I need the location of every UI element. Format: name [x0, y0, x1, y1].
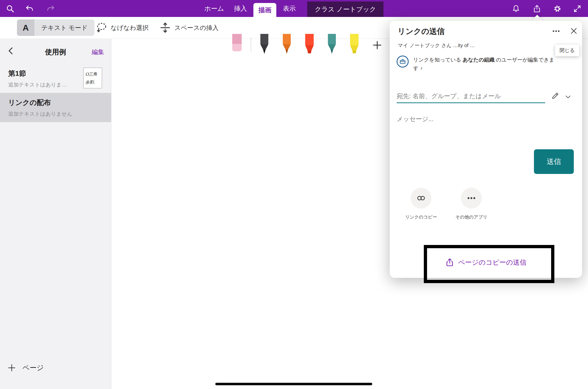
- pen-black-tool[interactable]: [258, 34, 271, 55]
- message-input[interactable]: [397, 112, 566, 125]
- send-button[interactable]: 送信: [534, 149, 574, 174]
- expand-fullscreen-icon[interactable]: [572, 3, 583, 14]
- text-mode-button[interactable]: A テキスト モード: [17, 19, 94, 36]
- notebook-subtitle: マイ ノートブック さん …ity of …: [398, 42, 567, 49]
- page-subtitle: 追加テキストはありません: [8, 110, 111, 117]
- other-apps-button[interactable]: その他のアプリ: [450, 188, 493, 220]
- add-pen-button[interactable]: [371, 39, 383, 51]
- annotation-box: [424, 245, 554, 283]
- tab-class-notebook[interactable]: クラス ノートブック: [307, 1, 383, 17]
- copy-link-label: リンクのコピー: [400, 214, 442, 220]
- add-page-button[interactable]: ページ: [7, 363, 44, 373]
- ellipsis-icon: [466, 193, 476, 203]
- page-item-link-distribution[interactable]: リンクの配布 追加テキストはありません: [0, 93, 111, 122]
- lasso-icon: [96, 22, 107, 33]
- thumbnail-handwriting-line2: 余割.: [85, 78, 100, 86]
- plus-icon: [372, 40, 382, 50]
- dialog-title: リンクの送信: [398, 26, 445, 37]
- page-list-sidebar: 使用例 編集 第1節 追加テキストはありま… O三角 余割. リンクの配布 追加…: [0, 39, 111, 389]
- recipient-input[interactable]: [397, 89, 545, 102]
- pen-teal-tool[interactable]: [325, 34, 339, 55]
- thumbnail-handwriting-line1: O三角: [85, 70, 100, 78]
- lasso-select-button[interactable]: なげなわ選択: [96, 19, 148, 36]
- text-mode-label: テキスト モード: [34, 24, 94, 32]
- undo-icon[interactable]: [24, 3, 35, 14]
- send-link-dialog: リンクの送信 閉じる マイ ノートブック さん …ity of … リンクを知っ…: [390, 21, 582, 278]
- notifications-bell-icon[interactable]: [511, 3, 521, 14]
- edit-pencil-icon[interactable]: [551, 91, 561, 101]
- chevron-down-icon[interactable]: [564, 93, 573, 102]
- page-thumbnail: O三角 余割.: [83, 68, 102, 89]
- tab-draw[interactable]: 描画: [253, 3, 276, 17]
- chevron-right-icon: ›: [421, 65, 423, 71]
- insert-space-icon: [159, 22, 171, 33]
- add-page-label: ページ: [22, 363, 44, 373]
- toolbar-divider: [251, 37, 251, 52]
- more-options-icon[interactable]: [551, 26, 562, 37]
- redo-icon[interactable]: [45, 3, 56, 14]
- home-indicator[interactable]: [215, 383, 372, 385]
- edit-button[interactable]: 編集: [92, 48, 104, 56]
- recipient-field-wrapper: [397, 89, 545, 103]
- tab-view[interactable]: 表示: [278, 0, 301, 17]
- ribbon-tabs: ホーム 挿入 描画 表示 クラス ノートブック: [199, 0, 383, 17]
- highlighter-yellow-tool[interactable]: [348, 34, 361, 55]
- copy-link-button[interactable]: リンクのコピー: [400, 188, 442, 220]
- permission-description: リンクを知っている あなたの組織 のユーザーが編集できます›: [413, 56, 563, 72]
- link-permission-row[interactable]: リンクを知っている あなたの組織 のユーザーが編集できます›: [397, 56, 574, 72]
- eraser-tool[interactable]: [231, 34, 243, 53]
- settings-gear-icon[interactable]: [552, 3, 563, 14]
- page-item-section1[interactable]: 第1節 追加テキストはありま… O三角 余割.: [0, 64, 111, 93]
- highlighter-red-tool[interactable]: [303, 34, 316, 55]
- insert-space-label: スペースの挿入: [174, 24, 219, 32]
- close-icon[interactable]: [568, 25, 580, 37]
- tab-insert[interactable]: 挿入: [229, 0, 252, 17]
- search-icon[interactable]: [5, 3, 15, 14]
- top-app-bar: ホーム 挿入 描画 表示 クラス ノートブック: [0, 0, 588, 17]
- message-field-wrapper: [397, 112, 566, 125]
- text-mode-a-icon: A: [17, 19, 34, 36]
- insert-space-button[interactable]: スペースの挿入: [159, 19, 219, 36]
- link-icon: [416, 193, 426, 203]
- organization-icon: [397, 56, 409, 68]
- pen-orange-tool[interactable]: [280, 34, 294, 55]
- page-title: リンクの配布: [8, 98, 111, 107]
- lasso-label: なげなわ選択: [111, 24, 148, 32]
- plus-icon: [7, 364, 16, 372]
- sidebar-header: 使用例 編集: [0, 39, 111, 64]
- tab-home[interactable]: ホーム: [199, 0, 229, 17]
- share-icon[interactable]: [532, 3, 542, 14]
- other-apps-label: その他のアプリ: [450, 214, 493, 220]
